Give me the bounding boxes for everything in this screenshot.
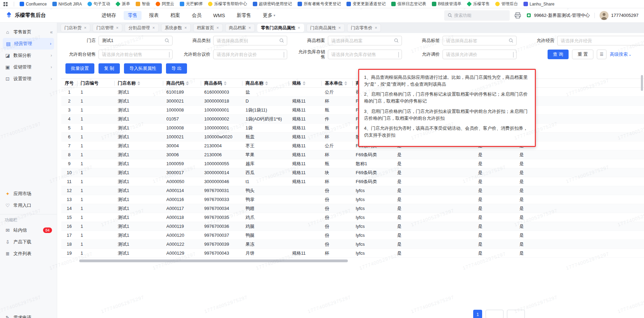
table-row[interactable]: 31测试1100000810000000011袋(1袋11)规格11瓶F69条码… xyxy=(61,106,644,115)
sidebar-item-促销管理[interactable]: ▣促销管理› xyxy=(0,61,57,73)
nav-item-零售[interactable]: 零售 xyxy=(124,11,142,20)
filter-input-control[interactable] xyxy=(99,36,172,45)
column-header-基本单位[interactable]: 基本单位 xyxy=(321,79,352,88)
advanced-search-link[interactable]: 高级搜索⌄ xyxy=(610,51,632,57)
nav-item-报表[interactable]: 报表 xyxy=(145,11,163,20)
sidebar-item-站内信[interactable]: ✉站内信84 xyxy=(0,224,57,236)
function-search-input[interactable] xyxy=(454,13,502,18)
sort-icon[interactable] xyxy=(265,81,268,85)
toolbar-button-导入拓展属性[interactable]: 导入拓展属性 xyxy=(124,63,162,74)
toolbar-button-批量设置[interactable]: 批量设置 xyxy=(65,63,94,74)
table-row[interactable]: 71测试1300042130004枣王规格11公斤F69条码类是是是 xyxy=(61,141,644,150)
sidebar-item-常用入口[interactable]: ♡常用入口 xyxy=(0,200,57,211)
sort-icon[interactable] xyxy=(186,81,189,85)
table-row[interactable]: 151测试1A0001189976700035鸡爪份lyfcs是是是 xyxy=(61,213,644,222)
bookmark-item[interactable]: 所有者账号变更登记 xyxy=(298,1,341,7)
nav-item-WMS[interactable]: WMS xyxy=(209,11,229,20)
table-row[interactable]: 161测试1A0001199976700036鸡腿份lyfcs是是是 xyxy=(61,222,644,231)
tab-档案首页[interactable]: 档案首页× xyxy=(193,24,223,32)
printer-icon[interactable] xyxy=(515,12,521,19)
tab-门店管理[interactable]: 门店管理× xyxy=(93,24,122,32)
column-header-商品名称[interactable]: 商品名称 xyxy=(242,79,289,88)
sort-icon[interactable] xyxy=(303,81,305,85)
tab-系统参数[interactable]: 系统参数× xyxy=(161,24,191,32)
toolbar-button-复制[interactable]: 复 制 xyxy=(98,63,120,74)
close-icon[interactable]: × xyxy=(153,25,155,30)
bookmark-item[interactable]: 超级密码使用登记 xyxy=(253,1,292,7)
bookmark-item[interactable]: 派单 xyxy=(116,1,130,7)
table-row[interactable]: 131测试1A0001169976700033鸭掌份lyfcs是是是 xyxy=(61,195,644,204)
vertical-scrollbar[interactable] xyxy=(641,75,643,91)
filter-input-门店[interactable] xyxy=(98,36,173,45)
filter-select-允许前台议价[interactable] xyxy=(213,50,287,59)
table-row[interactable]: 121测试1A0001149976700031鸭头份lyfcs是是是 xyxy=(61,186,644,195)
table-row[interactable]: 91测试110000591000000055越库规格11瓶散称1是是是 xyxy=(61,159,644,168)
close-icon[interactable]: × xyxy=(217,25,219,30)
app-logo[interactable]: 乐檬零售后台 xyxy=(6,12,46,19)
filter-input-control[interactable] xyxy=(99,50,172,59)
sidebar-collapse-icon[interactable]: « xyxy=(50,29,52,35)
table-row[interactable]: 191测试1A0001299976700043月饼规格11杯lyfcs是是是 xyxy=(61,249,644,258)
reset-button[interactable]: 重 置 xyxy=(572,50,593,59)
filter-input-商品档案[interactable] xyxy=(328,36,402,45)
table-row[interactable]: 11测试161001896160000003盐公斤裸装是是是 xyxy=(61,88,644,97)
table-row[interactable]: 101测试130000173000000014西瓜规格11块F69条码类是是是 xyxy=(61,168,644,177)
column-header-门店名称[interactable]: 门店名称 xyxy=(114,79,163,88)
nav-item-会员[interactable]: 会员 xyxy=(188,11,206,20)
page-size-select[interactable] xyxy=(486,310,503,318)
close-icon[interactable]: × xyxy=(84,25,86,30)
close-icon[interactable]: × xyxy=(116,25,118,30)
filter-input-control[interactable] xyxy=(328,50,402,59)
toolbar-button-导出[interactable]: 导 出 xyxy=(166,63,187,74)
horizontal-scrollbar[interactable] xyxy=(79,259,348,262)
filter-input-control[interactable] xyxy=(443,36,516,45)
pagination-page-1[interactable]: 1 xyxy=(473,310,482,318)
sort-icon[interactable] xyxy=(224,81,227,85)
nav-item-档案[interactable]: 档案 xyxy=(166,11,184,20)
filter-input-control[interactable] xyxy=(214,36,287,45)
table-row[interactable]: 81测试1300062130006苹果规格11杯F69条码类是是是 xyxy=(61,150,644,159)
table-row[interactable]: 41测试10105710000000021袋(AD钙奶排1*6)规格11件F69… xyxy=(61,115,644,124)
nav-item-新零售[interactable]: 新零售 xyxy=(232,11,255,20)
close-icon[interactable]: × xyxy=(249,25,251,30)
sidebar-item-数据分析[interactable]: ◪数据分析› xyxy=(0,50,57,61)
sort-icon[interactable] xyxy=(344,81,347,85)
filter-select-允许负库存销售[interactable] xyxy=(328,50,402,59)
bookmark-item[interactable]: 乐檬零售帮助中心 xyxy=(208,1,247,7)
close-icon[interactable]: × xyxy=(375,25,377,30)
bookmark-item[interactable]: B组接管清单 xyxy=(432,1,461,7)
filter-input-control[interactable] xyxy=(558,36,644,45)
sort-icon[interactable] xyxy=(137,81,140,85)
bookmark-item[interactable]: NHSoft JIRA xyxy=(52,2,82,7)
filter-input-control[interactable] xyxy=(328,36,402,45)
apps-grid-icon[interactable] xyxy=(3,2,8,6)
tenant-switcher[interactable]: 99662-新界面测试-管理中心 xyxy=(526,12,590,19)
bookmark-item[interactable]: 句子互动 xyxy=(87,1,110,7)
filter-select-允许前台销售[interactable] xyxy=(98,50,173,59)
table-row[interactable]: 111测试1A0000503000000046t1规格11杯F69条码类是是是 xyxy=(61,177,644,186)
bookmark-item[interactable]: 阿里云 xyxy=(156,1,174,7)
bookmark-item[interactable]: 乐檬零售 xyxy=(467,1,490,7)
page-jump-input[interactable] xyxy=(507,310,525,318)
function-search-box[interactable] xyxy=(444,10,510,21)
tab-门店零售价[interactable]: 门店零售价× xyxy=(347,24,381,32)
tab-商品档案[interactable]: 商品档案× xyxy=(225,24,255,32)
collapse-filter-button[interactable]: ☰ xyxy=(597,50,606,59)
sidebar-item-需求申请[interactable]: ✎需求申请 xyxy=(0,312,57,318)
filter-input-允许经营[interactable] xyxy=(557,36,644,45)
bookmark-item[interactable]: Confluence xyxy=(20,2,47,7)
filter-select-允许调价[interactable] xyxy=(443,50,517,59)
query-button[interactable]: 查 询 xyxy=(548,50,569,59)
column-header-规格[interactable]: 规格 xyxy=(289,79,321,88)
sidebar-item-设置管理[interactable]: ⊡设置管理› xyxy=(0,73,57,85)
tab-门店商品属性[interactable]: 门店商品属性× xyxy=(307,24,345,32)
tab-门店补货[interactable]: 门店补货× xyxy=(61,24,90,32)
bookmark-item[interactable]: 元芒解绑 xyxy=(180,1,202,7)
sidebar-item-零售首页[interactable]: ⌂零售首页« xyxy=(0,26,57,38)
close-icon[interactable]: × xyxy=(298,25,300,30)
column-header-商品代码[interactable]: 商品代码 xyxy=(163,79,201,88)
filter-input-商品类别[interactable] xyxy=(213,36,287,45)
close-icon[interactable]: × xyxy=(185,25,187,30)
user-account[interactable]: 17774005297 xyxy=(600,11,638,20)
close-icon[interactable]: × xyxy=(339,25,341,30)
